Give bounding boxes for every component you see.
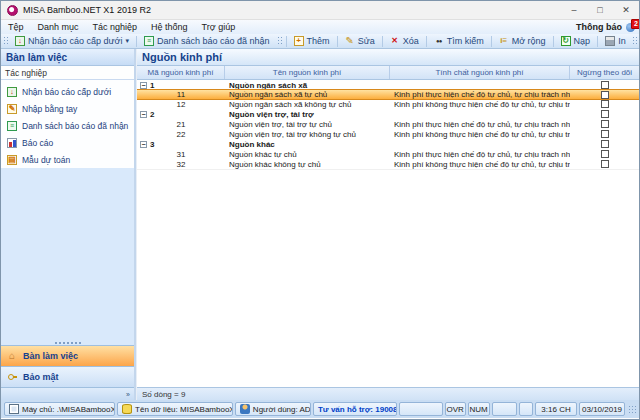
received-report-list-icon: ≡ (144, 36, 154, 46)
close-button[interactable]: ✕ (613, 1, 639, 19)
column-header-nature[interactable]: Tính chất nguồn kinh phí (390, 66, 570, 79)
menu-help[interactable]: Trợ giúp (195, 22, 243, 32)
menu-category[interactable]: Danh mục (31, 22, 86, 32)
binoculars-icon: ●● (434, 36, 444, 46)
sidebar: Bàn làm việc Tác nghiệp ↓ Nhận báo cáo c… (1, 49, 136, 400)
status-num: NUM (468, 402, 490, 416)
stop-tracking-checkbox[interactable] (601, 91, 609, 99)
row-count-bar: Số dòng = 9 (137, 387, 639, 400)
edit-button[interactable]: ✎ Sửa (340, 35, 380, 48)
sidebar-item-list: ↓ Nhận báo cáo cấp dưới ✎ Nhập bằng tay … (1, 80, 134, 168)
workspace-icon: ⌂ (7, 351, 17, 361)
notification-label: Thông báo (576, 22, 622, 32)
table-row-group[interactable]: −3 Nguồn khác (137, 139, 639, 149)
stop-tracking-checkbox[interactable] (601, 160, 609, 168)
nav-options-chevron-icon[interactable]: » (126, 391, 130, 398)
nav-button-security[interactable]: Bảo mật (1, 366, 134, 387)
expand-icon: i≡ (499, 36, 509, 46)
search-button[interactable]: ●● Tìm kiếm (429, 35, 489, 48)
grid-empty-area (137, 169, 639, 387)
toolbar-overflow-grip[interactable] (632, 36, 637, 46)
sidebar-header: Bàn làm việc (1, 49, 134, 66)
toolbar-separator (286, 36, 287, 47)
sidebar-item-reports[interactable]: Báo cáo (1, 134, 134, 151)
table-row[interactable]: 32 Nguồn khác không tự chủ Kinh phí khôn… (137, 159, 639, 169)
sidebar-group-operations[interactable]: Tác nghiệp (1, 66, 134, 80)
sidebar-item-manual-entry[interactable]: ✎ Nhập bằng tay (1, 100, 134, 117)
toolbar-separator (382, 36, 383, 47)
minimize-button[interactable]: – (561, 1, 587, 19)
toolbar-grip[interactable] (277, 36, 282, 46)
stop-tracking-checkbox[interactable] (601, 150, 609, 158)
receive-report-icon: ↓ (7, 87, 17, 97)
grid-header: Mã nguồn kinh phí Tên nguồn kinh phí Tín… (137, 66, 639, 80)
nav-button-workspace[interactable]: ⌂ Bàn làm việc (1, 345, 134, 366)
window-title: MISA Bamboo.NET X1 2019 R2 (23, 5, 151, 15)
table-row[interactable]: 22 Nguồn viện trợ, tài trợ không tự chủ … (137, 129, 639, 139)
status-empty-segment (519, 402, 534, 416)
stop-tracking-checkbox[interactable] (601, 110, 609, 118)
status-date: 03/10/2019 (579, 402, 626, 416)
collapse-icon[interactable]: − (140, 141, 147, 148)
status-database: Tên dữ liệu: MISABambooX1_2019 (117, 402, 233, 416)
delete-button[interactable]: ✕ Xóa (385, 35, 424, 48)
table-row-selected[interactable]: 11 Nguồn ngân sách xã tự chủ Kinh phí th… (137, 89, 639, 100)
toolbar-separator (491, 36, 492, 47)
add-button[interactable]: + Thêm (289, 35, 335, 48)
status-empty-segment (492, 402, 517, 416)
column-header-name[interactable]: Tên nguồn kinh phí (225, 66, 390, 79)
status-support-hotline: Tư vấn hỗ trợ: 19008677 (313, 402, 397, 416)
sidebar-item-budget-template[interactable]: ▤ Mẫu dự toán (1, 151, 134, 168)
menu-system[interactable]: Hệ thống (144, 22, 195, 32)
status-ovr: OVR (445, 402, 466, 416)
column-header-code[interactable]: Mã nguồn kinh phí (137, 66, 225, 79)
column-header-stop-tracking[interactable]: Ngừng theo dõi (570, 66, 639, 79)
table-row[interactable]: 12 Nguồn ngân sách xã không tự chủ Kinh … (137, 99, 639, 109)
toolbar-separator (337, 36, 338, 47)
received-report-list-icon: ≡ (7, 121, 17, 131)
menu-operations[interactable]: Tác nghiệp (86, 22, 145, 32)
load-button[interactable]: ↻ Nạp (556, 35, 596, 48)
print-button[interactable]: In (600, 35, 631, 48)
collapse-icon[interactable]: − (140, 82, 147, 89)
received-report-list-button[interactable]: ≡ Danh sách báo cáo đã nhận (139, 35, 275, 48)
resize-grip[interactable] (628, 405, 636, 413)
toolbar-separator (426, 36, 427, 47)
key-icon (7, 372, 17, 382)
grid-body: −1 Nguồn ngân sách xã 11 Nguồn ngân sách… (137, 80, 639, 169)
menu-file[interactable]: Tệp (1, 22, 31, 32)
toolbar: ↓ Nhận báo cáo cấp dưới ▾ ≡ Danh sách bá… (1, 34, 639, 49)
page-title: Nguồn kinh phí (137, 49, 639, 66)
toolbar-grip[interactable] (3, 36, 8, 46)
status-user: Người dùng: ADMIN (235, 402, 311, 416)
sidebar-filler (1, 168, 134, 338)
sidebar-item-receive-reports[interactable]: ↓ Nhận báo cáo cấp dưới (1, 83, 134, 100)
sidebar-item-received-report-list[interactable]: ≡ Danh sách báo cáo đã nhận (1, 117, 134, 134)
stop-tracking-checkbox[interactable] (601, 140, 609, 148)
receive-reports-button[interactable]: ↓ Nhận báo cáo cấp dưới ▾ (10, 35, 134, 48)
stop-tracking-checkbox[interactable] (601, 130, 609, 138)
stop-tracking-checkbox[interactable] (601, 120, 609, 128)
nav-options-bar: » (1, 387, 134, 400)
table-row-group[interactable]: −2 Nguồn viện trợ, tài trợ (137, 109, 639, 119)
report-chart-icon (7, 138, 17, 148)
budget-template-icon: ▤ (7, 155, 17, 165)
toolbar-separator (136, 36, 137, 47)
refresh-icon: ↻ (561, 36, 571, 46)
main-panel: Nguồn kinh phí Mã nguồn kinh phí Tên ngu… (136, 49, 639, 400)
database-icon (122, 404, 132, 414)
printer-icon (605, 36, 615, 46)
manual-entry-icon: ✎ (7, 104, 17, 114)
table-row[interactable]: 21 Nguồn viện trợ, tài trợ tự chủ Kinh p… (137, 119, 639, 129)
table-row[interactable]: 31 Nguồn khác tự chủ Kinh phí thực hiện … (137, 149, 639, 159)
stop-tracking-checkbox[interactable] (601, 81, 609, 89)
collapse-icon[interactable]: − (140, 111, 147, 118)
sidebar-splitter-grip[interactable] (53, 338, 83, 345)
notification-button[interactable]: Thông báo 2 (576, 22, 639, 32)
stop-tracking-checkbox[interactable] (601, 100, 609, 108)
toolbar-separator (597, 36, 598, 47)
delete-icon: ✕ (390, 36, 400, 46)
menu-bar: Tệp Danh mục Tác nghiệp Hệ thống Trợ giú… (1, 20, 639, 34)
expand-button[interactable]: i≡ Mở rộng (494, 35, 551, 48)
maximize-button[interactable]: □ (587, 1, 613, 19)
